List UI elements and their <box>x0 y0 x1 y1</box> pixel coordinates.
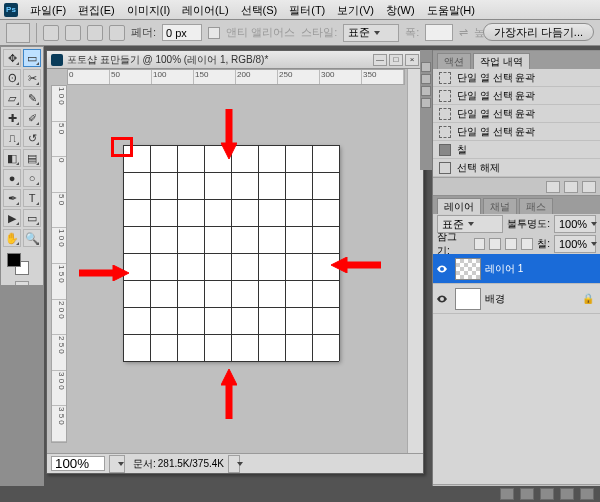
layer-name[interactable]: 배경 <box>485 292 505 306</box>
opacity-input[interactable]: 100% <box>554 215 596 233</box>
canvas-area[interactable] <box>67 85 405 443</box>
layer-thumbnail[interactable] <box>455 258 481 280</box>
footer-icon[interactable] <box>500 488 514 500</box>
quick-select-tool[interactable]: ✂ <box>23 69 41 87</box>
fill-input[interactable]: 100% <box>554 235 596 253</box>
menu-filter[interactable]: 필터(T) <box>283 0 331 20</box>
ruler-horizontal[interactable]: 0 50 100 150 200 250 300 350 <box>67 69 405 85</box>
type-tool[interactable]: T <box>23 189 41 207</box>
maximize-button[interactable]: □ <box>389 54 403 66</box>
close-button[interactable]: × <box>405 54 419 66</box>
new-doc-icon[interactable] <box>564 181 578 193</box>
tab-layers[interactable]: 레이어 <box>437 198 481 214</box>
marquee-tool[interactable]: ▭ <box>23 49 41 67</box>
feather-input[interactable] <box>162 24 202 41</box>
footer-icon[interactable] <box>580 488 594 500</box>
crop-tool[interactable]: ▱ <box>3 89 21 107</box>
collapsed-panel-icon[interactable] <box>421 74 431 84</box>
lock-all-icon[interactable] <box>521 238 533 250</box>
collapsed-panel-icon[interactable] <box>421 98 431 108</box>
eraser-tool[interactable]: ◧ <box>3 149 21 167</box>
pen-tool[interactable]: ✒ <box>3 189 21 207</box>
stamp-tool[interactable]: ⎍ <box>3 129 21 147</box>
zoom-dropdown[interactable] <box>109 455 125 473</box>
document-titlebar[interactable]: 포토샵 표만들기 @ 100% (레이어 1, RGB/8)* — □ × <box>47 51 423 69</box>
visibility-toggle[interactable] <box>433 293 451 305</box>
svg-rect-4 <box>79 270 115 276</box>
gradient-tool[interactable]: ▤ <box>23 149 41 167</box>
history-item[interactable]: 단일 열 선택 윤곽 <box>433 105 600 123</box>
layers-list[interactable]: 레이어 1 배경 🔒 <box>433 254 600 484</box>
menu-file[interactable]: 파일(F) <box>24 0 72 20</box>
history-item-label: 단일 열 선택 윤곽 <box>457 125 535 139</box>
minimize-button[interactable]: — <box>373 54 387 66</box>
lock-position-icon[interactable] <box>505 238 517 250</box>
deselect-icon <box>439 162 451 174</box>
zoom-tool[interactable]: 🔍 <box>23 229 41 247</box>
intersect-selection-icon[interactable] <box>109 25 125 41</box>
layer-name[interactable]: 레이어 1 <box>485 262 523 276</box>
history-item[interactable]: 단일 열 선택 윤곽 <box>433 69 600 87</box>
history-brush-tool[interactable]: ↺ <box>23 129 41 147</box>
link-wh-icon: ⇌ <box>459 26 468 39</box>
trash-icon[interactable] <box>582 181 596 193</box>
blend-mode-dropdown[interactable]: 표준 <box>437 215 503 233</box>
shape-tool[interactable]: ▭ <box>23 209 41 227</box>
lock-pixels-icon[interactable] <box>489 238 501 250</box>
history-item[interactable]: 선택 해제 <box>433 159 600 177</box>
lock-transparency-icon[interactable] <box>474 238 486 250</box>
hand-tool[interactable]: ✋ <box>3 229 21 247</box>
healing-tool[interactable]: ✚ <box>3 109 21 127</box>
menu-help[interactable]: 도움말(H) <box>421 0 481 20</box>
history-item[interactable]: 단일 열 선택 윤곽 <box>433 87 600 105</box>
lasso-tool[interactable]: ʘ <box>3 69 21 87</box>
blur-tool[interactable]: ● <box>3 169 21 187</box>
history-item-label: 단일 열 선택 윤곽 <box>457 71 535 85</box>
collapsed-panel-icon[interactable] <box>421 62 431 72</box>
eyedropper-tool[interactable]: ✎ <box>23 89 41 107</box>
add-selection-icon[interactable] <box>65 25 81 41</box>
visibility-toggle[interactable] <box>433 263 451 275</box>
layer-row[interactable]: 배경 🔒 <box>433 284 600 314</box>
history-item[interactable]: 단일 열 선택 윤곽 <box>433 123 600 141</box>
tab-channels[interactable]: 채널 <box>483 198 517 214</box>
footer-icon[interactable] <box>540 488 554 500</box>
collapsed-panel-strip[interactable] <box>420 50 432 170</box>
snapshot-icon[interactable] <box>546 181 560 193</box>
path-select-tool[interactable]: ▶ <box>3 209 21 227</box>
layer-row[interactable]: 레이어 1 <box>433 254 600 284</box>
style-dropdown[interactable]: 표준 <box>343 24 399 42</box>
menu-edit[interactable]: 편집(E) <box>72 0 121 20</box>
dodge-tool[interactable]: ○ <box>23 169 41 187</box>
layer-thumbnail[interactable] <box>455 288 481 310</box>
footer-icon[interactable] <box>560 488 574 500</box>
tab-history[interactable]: 작업 내역 <box>473 53 530 69</box>
tab-paths[interactable]: 패스 <box>519 198 553 214</box>
foreground-color[interactable] <box>7 253 21 267</box>
status-dropdown[interactable] <box>228 455 240 473</box>
move-tool[interactable]: ✥ <box>3 49 21 67</box>
brush-tool[interactable]: ✐ <box>23 109 41 127</box>
collapsed-panel-icon[interactable] <box>421 86 431 96</box>
menu-view[interactable]: 보기(V) <box>331 0 380 20</box>
menu-select[interactable]: 선택(S) <box>235 0 284 20</box>
menu-layer[interactable]: 레이어(L) <box>176 0 234 20</box>
history-item[interactable]: 칠 <box>433 141 600 159</box>
menu-window[interactable]: 창(W) <box>380 0 421 20</box>
history-list[interactable]: 단일 열 선택 윤곽 단일 열 선택 윤곽 단일 열 선택 윤곽 단일 열 선택… <box>433 69 600 177</box>
ruler-vertical[interactable]: 1 0 0 5 0 0 5 0 1 0 0 1 5 0 2 0 0 2 5 0 … <box>51 85 67 443</box>
antialias-checkbox <box>208 27 220 39</box>
zoom-input[interactable] <box>51 456 105 471</box>
layers-panel: 레이어 채널 패스 표준 불투명도: 100% 잠그기: 칠: 100% 레이어… <box>433 195 600 502</box>
footer-icon[interactable] <box>520 488 534 500</box>
app-icon: Ps <box>4 3 18 17</box>
active-tool-preview[interactable] <box>6 23 30 43</box>
svg-marker-5 <box>113 265 129 281</box>
refine-edge-button[interactable]: 가장자리 다듬기... <box>483 23 594 41</box>
new-selection-icon[interactable] <box>43 25 59 41</box>
color-swatches[interactable] <box>3 251 41 275</box>
canvas[interactable] <box>123 145 339 361</box>
tab-actions[interactable]: 액션 <box>437 53 471 69</box>
subtract-selection-icon[interactable] <box>87 25 103 41</box>
menu-image[interactable]: 이미지(I) <box>121 0 176 20</box>
